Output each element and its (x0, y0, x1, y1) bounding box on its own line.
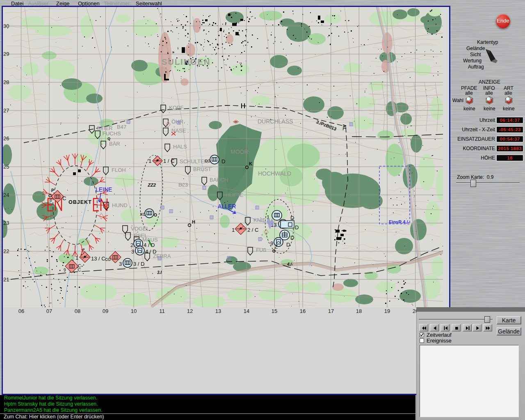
svg-text:15: 15 (272, 308, 277, 314)
svg-text:14: 14 (244, 308, 249, 314)
svg-text:ZZ2: ZZ2 (147, 183, 156, 187)
svg-text:SULINGEN: SULINGEN (162, 57, 210, 66)
svg-text:4 / D: 4 / D (144, 242, 155, 248)
svg-text:AL: AL (342, 124, 347, 130)
svg-text:Q: Q (107, 137, 110, 141)
svg-text:22: 22 (3, 248, 9, 254)
svg-text:17: 17 (328, 308, 334, 314)
svg-text:Z: Z (274, 244, 278, 250)
svg-text:H: H (192, 219, 195, 224)
svg-text:11: 11 (159, 308, 165, 314)
svg-text:09: 09 (103, 308, 108, 314)
svg-text:06: 06 (18, 308, 24, 314)
svg-text:27: 27 (3, 107, 9, 114)
svg-text:O: O (48, 194, 52, 198)
svg-text:LEINE: LEINE (96, 186, 112, 193)
svg-text:18: 18 (356, 308, 362, 314)
svg-text:ALLER: ALLER (218, 203, 236, 210)
svg-text:D: D (295, 224, 299, 231)
svg-text:K: K (249, 161, 252, 166)
svg-text:B47: B47 (117, 124, 126, 130)
svg-text:B23: B23 (178, 182, 188, 188)
svg-text:BAUCH: BAUCH (210, 177, 228, 183)
svg-text:D: D (290, 215, 294, 221)
svg-text:MOOR: MOOR (231, 148, 249, 155)
svg-text:KOPF: KOPF (169, 105, 183, 111)
svg-text:D: D (286, 242, 290, 248)
svg-text:D: D (221, 158, 225, 164)
svg-text:xo: xo (140, 211, 146, 217)
svg-text:HUND: HUND (112, 202, 128, 208)
svg-text:9: 9 (270, 240, 273, 247)
svg-text:HÜFTE: HÜFTE (226, 192, 244, 198)
svg-text:C: C (78, 268, 81, 272)
svg-text:FUß: FUß (256, 247, 266, 253)
svg-text:21: 21 (3, 276, 9, 283)
svg-text:3: 3 (119, 261, 122, 267)
svg-text:HOCHWALD: HOCHWALD (258, 170, 291, 177)
svg-text:SCHULTER: SCHULTER (180, 158, 208, 164)
svg-text:DURCHLASS: DURCHLASS (258, 118, 293, 125)
svg-text:29: 29 (3, 51, 9, 57)
svg-text:10: 10 (131, 308, 137, 314)
svg-text:FLOH: FLOH (112, 167, 126, 173)
svg-text:P: P (51, 188, 54, 193)
svg-text:FUCHS: FUCHS (103, 130, 121, 137)
svg-text:HALS: HALS (173, 144, 187, 150)
svg-text:23: 23 (3, 220, 9, 226)
svg-text:30: 30 (3, 23, 9, 29)
svg-text:1 / C: 1 / C (163, 158, 174, 164)
svg-text:26: 26 (3, 135, 9, 142)
svg-text:1: 1 (148, 158, 151, 164)
svg-text:BRUST: BRUST (193, 166, 211, 172)
svg-text:3: 3 (131, 249, 134, 255)
svg-text:16: 16 (300, 308, 306, 314)
svg-text:3 / D: 3 / D (133, 261, 144, 267)
svg-text:1: 1 (232, 227, 235, 233)
svg-text:13: 13 (215, 308, 221, 314)
svg-text:1: 1 (75, 255, 78, 261)
svg-text:KNIE: KNIE (253, 217, 266, 223)
svg-text:8: 8 (50, 198, 52, 203)
svg-text:EinsR.4./-: EinsR.4./- (389, 219, 409, 224)
svg-text:2: 2 (130, 242, 133, 248)
svg-text:NASE: NASE (171, 128, 186, 134)
svg-text:07: 07 (46, 308, 52, 314)
svg-text:08: 08 (75, 308, 80, 314)
svg-text:19: 19 (384, 308, 390, 314)
svg-text:co: co (105, 256, 111, 262)
svg-text:24: 24 (3, 192, 9, 198)
svg-text:9: 9 (64, 268, 66, 272)
svg-text:co: co (205, 158, 210, 164)
svg-text:D: D (290, 235, 294, 241)
svg-text:12: 12 (187, 308, 193, 314)
svg-text:C: C (62, 195, 66, 201)
svg-text:VOGEL: VOGEL (131, 226, 149, 232)
svg-text:13 / C: 13 / C (91, 256, 105, 262)
svg-text:BÄR: BÄR (109, 141, 120, 147)
svg-text:4./-: 4./- (287, 262, 293, 267)
svg-text:OBJEKT: OBJEKT (68, 199, 92, 205)
svg-text:3.I: 3.I (157, 270, 162, 275)
svg-text:2 / C: 2 / C (247, 227, 258, 233)
svg-text:4 / D: 4 / D (145, 249, 156, 255)
svg-text:28: 28 (3, 79, 9, 85)
svg-text:25: 25 (3, 164, 9, 170)
